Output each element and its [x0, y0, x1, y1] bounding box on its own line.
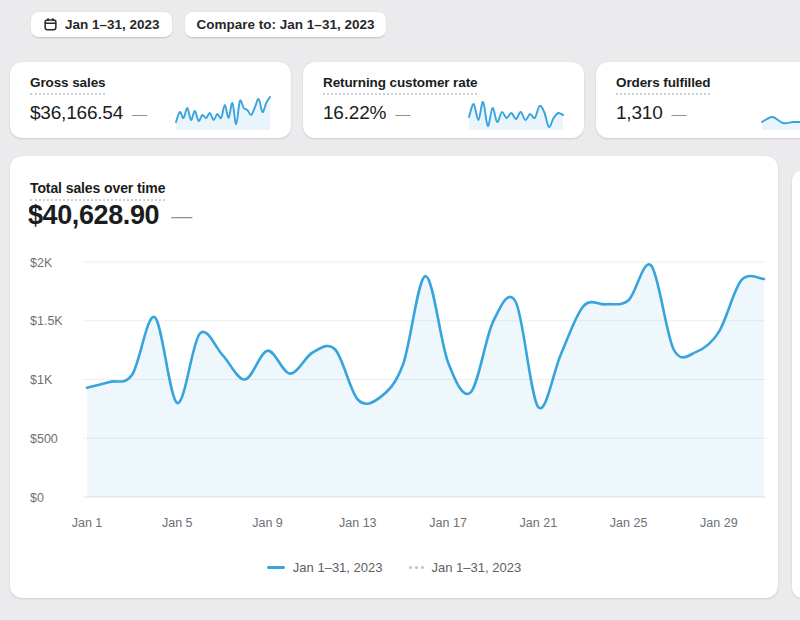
svg-text:Jan 9: Jan 9 [252, 516, 283, 530]
svg-text:$1.5K: $1.5K [30, 314, 63, 328]
legend-label: Jan 1–31, 2023 [293, 560, 383, 575]
next-card-edge [792, 170, 800, 598]
compare-to-label: Compare to: Jan 1–31, 2023 [197, 17, 375, 32]
metric-card-gross-sales[interactable]: Gross sales $36,166.54 — [10, 62, 291, 138]
comparison-dash: — [132, 105, 147, 122]
date-range-label: Jan 1–31, 2023 [65, 17, 160, 32]
metric-value: $36,166.54 [30, 102, 123, 124]
total-sales-card: Total sales over time $40,628.90 — $0$50… [10, 156, 778, 598]
total-sales-value: $40,628.90 [28, 200, 159, 231]
chart-title: Total sales over time [30, 180, 165, 196]
legend-label: Jan 1–31, 2023 [432, 560, 522, 575]
returning-customer-rate-sparkline [466, 90, 566, 132]
metric-label: Gross sales [30, 75, 105, 90]
total-sales-line-chart[interactable]: $0$500$1K$1.5K$2KJan 1Jan 5Jan 9Jan 13Ja… [18, 250, 770, 546]
orders-fulfilled-sparkline [759, 90, 800, 132]
svg-text:Jan 17: Jan 17 [429, 516, 467, 530]
comparison-dash: — [171, 204, 192, 228]
chart-legend: Jan 1–31, 2023 Jan 1–31, 2023 [10, 560, 778, 575]
solid-line-swatch [267, 566, 285, 569]
svg-text:Jan 5: Jan 5 [162, 516, 193, 530]
svg-text:Jan 21: Jan 21 [520, 516, 558, 530]
gross-sales-sparkline [173, 90, 273, 132]
svg-text:Jan 1: Jan 1 [72, 516, 103, 530]
toolbar: Jan 1–31, 2023 Compare to: Jan 1–31, 202… [30, 11, 387, 38]
svg-text:Jan 25: Jan 25 [610, 516, 648, 530]
svg-text:$0: $0 [30, 491, 44, 505]
metric-value: 16.22% [323, 102, 386, 124]
svg-text:$1K: $1K [30, 373, 53, 387]
comparison-dash: — [395, 105, 410, 122]
analytics-dashboard: { "colors":{ "accent":"#38a4dc", "accent… [0, 0, 800, 620]
metric-label: Returning customer rate [323, 75, 477, 90]
dotted-line-swatch [409, 566, 424, 569]
metric-label: Orders fulfilled [616, 75, 710, 90]
metric-card-orders-fulfilled[interactable]: Orders fulfilled 1,310 — [596, 62, 800, 138]
comparison-dash: — [672, 105, 687, 122]
svg-text:Jan 13: Jan 13 [339, 516, 377, 530]
compare-to-button[interactable]: Compare to: Jan 1–31, 2023 [184, 11, 388, 38]
svg-text:$2K: $2K [30, 256, 53, 270]
calendar-icon [43, 17, 58, 32]
metric-card-returning-customer-rate[interactable]: Returning customer rate 16.22% — [303, 62, 584, 138]
metric-value: 1,310 [616, 102, 663, 124]
svg-text:$500: $500 [30, 432, 58, 446]
svg-text:Jan 29: Jan 29 [700, 516, 738, 530]
legend-comparison-period: Jan 1–31, 2023 [409, 560, 522, 575]
legend-current-period: Jan 1–31, 2023 [267, 560, 383, 575]
date-range-button[interactable]: Jan 1–31, 2023 [30, 11, 173, 38]
